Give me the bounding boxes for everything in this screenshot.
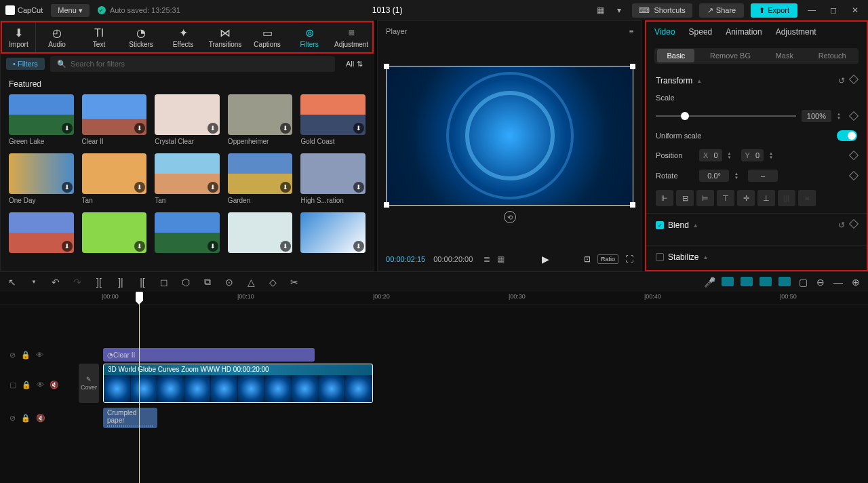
shortcuts-button[interactable]: ⌨ Shortcuts — [632, 3, 692, 18]
download-icon[interactable]: ⬇ — [62, 241, 73, 252]
download-icon[interactable]: ⬇ — [353, 182, 364, 193]
scale-slider[interactable] — [656, 115, 796, 117]
blend-checkbox[interactable]: ✓ — [656, 221, 664, 229]
minimize-button[interactable]: — — [804, 3, 819, 18]
subtab-basic[interactable]: Basic — [657, 49, 694, 62]
search-input[interactable]: 🔍 Search for filters — [50, 56, 335, 72]
filter-thumb[interactable]: ⬇Green Lake — [9, 94, 74, 145]
crop-tool[interactable]: ◻ — [159, 277, 170, 288]
zoom-out[interactable]: ⊖ — [815, 277, 826, 288]
vtrack-mute-icon[interactable]: 🔇 — [50, 381, 59, 389]
rotate-stepper[interactable]: ▲▼ — [734, 172, 743, 180]
prop-tab-video[interactable]: Video — [654, 27, 675, 37]
download-icon[interactable]: ⬇ — [280, 241, 291, 252]
align-vcenter[interactable]: ✛ — [737, 190, 755, 206]
vtrack-eye-icon[interactable]: 👁 — [37, 381, 44, 389]
filter-thumb[interactable]: ⬇ — [155, 212, 220, 256]
stabilize-heading[interactable]: Stabilize ▲ — [656, 252, 857, 262]
keyframe-icon[interactable] — [849, 75, 859, 84]
filter-thumb[interactable]: ⬇ — [228, 212, 293, 256]
mask-tool[interactable]: ⬡ — [180, 277, 191, 288]
chip4[interactable] — [778, 277, 791, 286]
stabilize-checkbox[interactable] — [656, 253, 664, 261]
timeline-ruler[interactable]: |00:00|00:10|00:20|00:30|00:40|00:50 — [0, 292, 868, 305]
download-icon[interactable]: ⬇ — [280, 182, 291, 193]
player-viewport[interactable] — [386, 66, 633, 206]
position-keyframe[interactable] — [849, 151, 859, 160]
filter-thumb[interactable]: ⬇Crystal Clear — [155, 94, 220, 145]
list-icon[interactable]: ≣ — [484, 254, 493, 264]
tab-audio[interactable]: ◴Audio — [36, 22, 78, 52]
download-icon[interactable]: ⬇ — [208, 123, 218, 134]
split-left[interactable]: ]| — [115, 277, 126, 288]
subtab-removebg[interactable]: Remove BG — [701, 49, 760, 62]
close-button[interactable]: ✕ — [848, 3, 863, 18]
select-tool[interactable]: ↖ — [7, 277, 18, 288]
rotate-handle[interactable]: ⟲ — [504, 211, 516, 223]
resize-handle-tr[interactable] — [630, 64, 635, 69]
grid-icon[interactable]: ▦ — [497, 254, 507, 264]
filter-thumb[interactable]: ⬇ — [9, 212, 74, 256]
align-left[interactable]: ⊩ — [656, 190, 673, 206]
rotate-value[interactable]: 0.0° — [699, 170, 729, 182]
ratio-button[interactable]: Ratio — [597, 254, 618, 264]
split-right[interactable]: |[ — [137, 277, 148, 288]
download-icon[interactable]: ⬇ — [208, 182, 218, 193]
rotate-dash[interactable]: – — [748, 170, 778, 182]
filter-thumb[interactable]: ⬇Clear II — [82, 94, 147, 145]
filter-thumb[interactable]: ⬇Tan — [82, 153, 147, 204]
blend-reset-icon[interactable]: ↺ — [838, 220, 845, 230]
align-top[interactable]: ⊤ — [717, 190, 734, 206]
pos-y-stepper[interactable]: ▲▼ — [769, 151, 777, 159]
prop-tab-animation[interactable]: Animation — [726, 27, 762, 37]
align-hcenter[interactable]: ⊟ — [676, 190, 694, 206]
chip1[interactable] — [722, 277, 734, 286]
speed-tool[interactable]: ⊙ — [224, 277, 235, 288]
rotate-tool[interactable]: ◇ — [267, 277, 278, 288]
filter-clip[interactable]: ◔ Clear II — [103, 348, 315, 362]
download-icon[interactable]: ⬇ — [62, 123, 73, 134]
prop-tab-adjustment[interactable]: Adjustment — [776, 27, 816, 37]
pos-y-input[interactable]: Y0 — [741, 149, 764, 161]
tab-transitions[interactable]: ⋈Transitions — [204, 22, 246, 52]
scale-value[interactable]: 100% — [802, 110, 831, 122]
playhead[interactable] — [139, 292, 140, 483]
reset-icon[interactable]: ↺ — [838, 76, 845, 85]
mirror-tool[interactable]: △ — [245, 277, 256, 288]
download-icon[interactable]: ⬇ — [280, 123, 291, 134]
maximize-button[interactable]: ◻ — [826, 3, 841, 18]
download-icon[interactable]: ⬇ — [353, 241, 364, 252]
track-lock-icon[interactable]: 🔒 — [21, 351, 31, 360]
rotate-keyframe[interactable] — [849, 171, 859, 180]
download-icon[interactable]: ⬇ — [134, 182, 145, 193]
resize-handle-tl[interactable] — [384, 64, 389, 69]
track-eye-icon[interactable]: 👁 — [36, 351, 43, 360]
atrack-mute-icon[interactable]: 🔇 — [36, 414, 45, 423]
align-right[interactable]: ⊨ — [696, 190, 714, 206]
tab-text[interactable]: TIText — [78, 22, 120, 52]
download-icon[interactable]: ⬇ — [134, 241, 145, 252]
chip3[interactable] — [760, 277, 772, 286]
filters-category[interactable]: • Filters — [6, 58, 45, 70]
crop-icon[interactable]: ⊡ — [584, 254, 591, 264]
filter-thumb[interactable]: ⬇Oppenheimer — [228, 94, 293, 145]
filter-thumb[interactable]: ⬇One Day — [9, 153, 74, 204]
atrack-lock-icon[interactable]: 🔒 — [21, 414, 31, 423]
zoom-slider[interactable]: — — [833, 277, 844, 288]
resize-handle-br[interactable] — [630, 202, 635, 208]
chip2[interactable] — [741, 277, 753, 286]
copy-tool[interactable]: ⧉ — [202, 276, 213, 288]
all-filter-button[interactable]: All ⇅ — [340, 58, 368, 71]
share-button[interactable]: ↗ Share — [699, 3, 744, 18]
resize-handle-bl[interactable] — [384, 202, 389, 208]
fullscreen-icon[interactable]: ⛶ — [625, 254, 633, 264]
crop2-tool[interactable]: ✂ — [289, 277, 300, 288]
filter-thumb[interactable]: ⬇Tan — [155, 153, 220, 204]
tab-stickers[interactable]: ◔Stickers — [120, 22, 162, 52]
mic-icon[interactable]: 🎤 — [704, 277, 715, 288]
vtrack-cam-icon[interactable]: ▢ — [9, 381, 16, 389]
filter-thumb[interactable]: ⬇ — [300, 212, 366, 256]
blend-heading[interactable]: ✓Blend ▲↺ — [656, 220, 857, 230]
playhead-handle[interactable] — [136, 292, 143, 301]
undo-button[interactable]: ↶ — [50, 277, 61, 288]
